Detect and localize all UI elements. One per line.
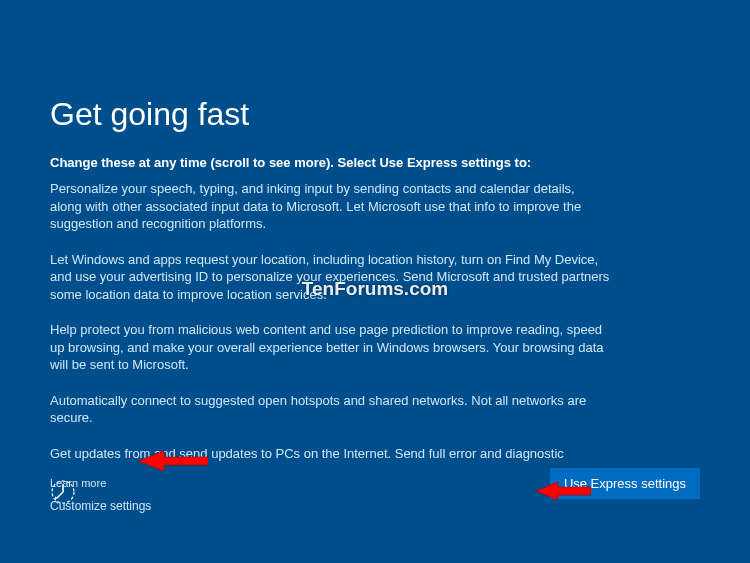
setting-paragraph: Personalize your speech, typing, and ink… xyxy=(50,180,610,233)
use-express-settings-button[interactable]: Use Express settings xyxy=(550,468,700,499)
setting-paragraph: Automatically connect to suggested open … xyxy=(50,392,610,427)
ease-of-access-icon[interactable] xyxy=(50,479,76,505)
page-title: Get going fast xyxy=(50,96,700,133)
intro-subtitle: Change these at any time (scroll to see … xyxy=(50,155,700,170)
setting-paragraph: Get updates from and send updates to PCs… xyxy=(50,445,610,463)
setting-paragraph: Let Windows and apps request your locati… xyxy=(50,251,610,304)
svg-marker-1 xyxy=(55,496,57,500)
setting-paragraph: Help protect you from malicious web cont… xyxy=(50,321,610,374)
customize-settings-link[interactable]: Customize settings xyxy=(50,499,700,513)
